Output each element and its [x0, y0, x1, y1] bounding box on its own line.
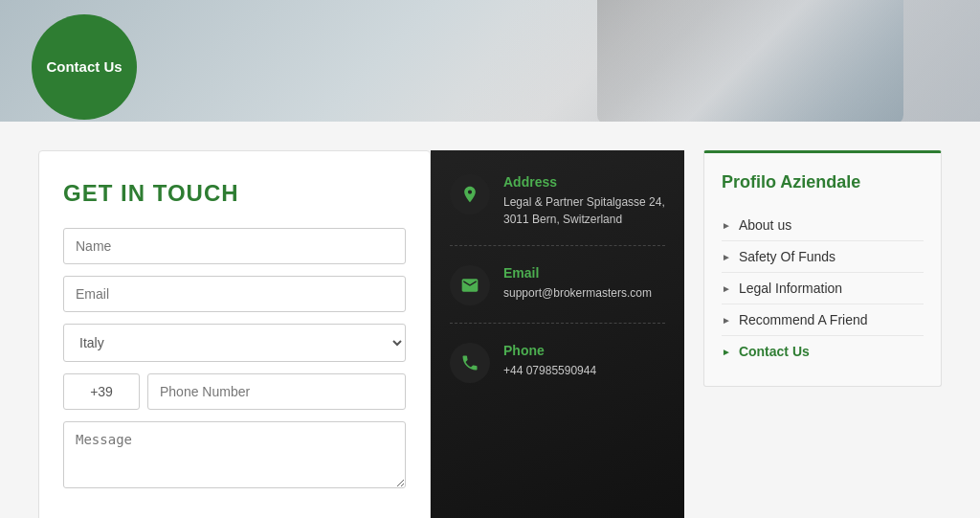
address-text: Address Legal & Partner Spitalgasse 24, …: [503, 174, 665, 228]
hero-overlay: [294, 0, 980, 122]
message-input[interactable]: [63, 421, 406, 488]
main-content: GET IN TOUCH Italy +39 Address Legal & P…: [0, 122, 980, 518]
country-select[interactable]: Italy: [63, 324, 406, 362]
contact-us-badge: Contact Us: [32, 14, 137, 120]
email-item: Email support@brokermasters.com: [450, 265, 665, 324]
phone-item: Phone +44 07985590944: [450, 343, 665, 400]
address-icon: [450, 174, 490, 214]
phone-input[interactable]: [147, 373, 406, 410]
email-icon: [450, 265, 490, 305]
address-label: Address: [503, 174, 665, 190]
arrow-icon-contact: ►: [722, 347, 731, 357]
form-title: GET IN TOUCH: [63, 180, 406, 207]
address-value: Legal & Partner Spitalgasse 24, 3011 Ber…: [503, 193, 665, 228]
hero-section: Contact Us: [0, 0, 980, 122]
sidebar-card: Profilo Aziendale ► About us ► Safety Of…: [703, 150, 942, 387]
email-input[interactable]: [63, 276, 406, 312]
sidebar: Profilo Aziendale ► About us ► Safety Of…: [703, 150, 942, 518]
phone-prefix: +39: [63, 373, 140, 410]
contact-form-section: GET IN TOUCH Italy +39: [38, 150, 431, 518]
sidebar-title: Profilo Aziendale: [722, 172, 924, 192]
address-item: Address Legal & Partner Spitalgasse 24, …: [450, 174, 665, 246]
sidebar-item-label-recommend: Recommend A Friend: [739, 312, 868, 327]
arrow-icon-safety: ►: [722, 252, 731, 262]
sidebar-item-safety[interactable]: ► Safety Of Funds: [722, 241, 924, 273]
arrow-icon-legal: ►: [722, 283, 731, 294]
phone-value: +44 07985590944: [503, 362, 596, 379]
phone-icon: [450, 343, 490, 383]
sidebar-item-label-safety: Safety Of Funds: [739, 249, 835, 264]
contact-info-panel: Address Legal & Partner Spitalgasse 24, …: [431, 150, 684, 518]
email-label: Email: [503, 265, 652, 281]
arrow-icon-recommend: ►: [722, 315, 731, 326]
sidebar-item-label-legal: Legal Information: [739, 281, 842, 296]
email-value: support@brokermasters.com: [503, 284, 652, 302]
sidebar-item-recommend[interactable]: ► Recommend A Friend: [722, 304, 924, 336]
sidebar-item-legal[interactable]: ► Legal Information: [722, 273, 924, 304]
phone-text: Phone +44 07985590944: [503, 343, 596, 379]
sidebar-item-label-about: About us: [739, 217, 791, 233]
phone-label: Phone: [503, 343, 596, 358]
arrow-icon-about: ►: [722, 220, 731, 231]
sidebar-item-contact[interactable]: ► Contact Us: [722, 336, 924, 367]
badge-label: Contact Us: [46, 57, 122, 77]
phone-row: +39: [63, 373, 406, 410]
sidebar-item-label-contact: Contact Us: [739, 344, 810, 359]
email-text: Email support@brokermasters.com: [503, 265, 652, 302]
sidebar-item-about[interactable]: ► About us: [722, 210, 924, 241]
name-input[interactable]: [63, 228, 406, 264]
